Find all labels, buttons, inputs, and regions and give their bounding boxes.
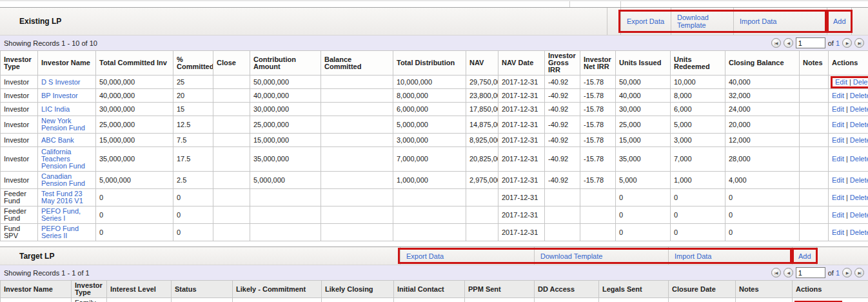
- col-dd-access: DD Access: [535, 281, 599, 298]
- edit-link[interactable]: Edit: [832, 136, 844, 144]
- cell: 5,000,000: [96, 172, 173, 189]
- cell: [213, 103, 250, 116]
- add-cell: Add: [792, 247, 816, 265]
- investor-name-link[interactable]: Test Fund 23 May 2016 V1: [41, 190, 83, 205]
- table-row: InvestorD S Investor50,000,0002550,000,0…: [1, 76, 868, 89]
- first-page-icon[interactable]: |◀: [771, 38, 781, 48]
- prev-page-icon[interactable]: ◀: [784, 38, 793, 48]
- cell: D S Investor: [38, 76, 96, 89]
- first-page-icon[interactable]: |◀: [771, 268, 781, 277]
- cell: 2019-05-15: [465, 298, 535, 302]
- col-investor-gross-irr: Investor Gross IRR: [545, 51, 580, 76]
- cell: [321, 103, 393, 116]
- cell: 2017-12-31: [498, 116, 545, 134]
- page-number-input[interactable]: [796, 267, 825, 278]
- cell: 7,000: [671, 147, 725, 172]
- cell: [321, 172, 393, 189]
- edit-link[interactable]: Edit: [832, 194, 844, 201]
- col-total-committed-inv: Total Committed Inv: [96, 51, 173, 76]
- delete-link[interactable]: Delete: [850, 92, 868, 99]
- add-link[interactable]: Add: [833, 17, 846, 25]
- cell: -40.92: [545, 116, 580, 134]
- page-total: of1: [828, 39, 840, 47]
- delete-link[interactable]: Delete: [850, 155, 868, 163]
- investor-name-link[interactable]: California Teachers Pension Fund: [41, 148, 85, 170]
- cell: Investor: [1, 116, 38, 134]
- investor-name-link[interactable]: PEFO Fund, Series I: [41, 207, 81, 222]
- add-link[interactable]: Add: [798, 252, 811, 260]
- edit-link[interactable]: Edit: [835, 78, 847, 86]
- export-data-link[interactable]: Export Data: [627, 17, 664, 25]
- actions: Edit|Delete: [831, 228, 868, 237]
- cell: 50,000,000: [96, 76, 173, 89]
- investor-name-link[interactable]: LIC India: [41, 105, 70, 113]
- investor-name-link[interactable]: New York Pension Fund: [41, 117, 85, 132]
- prev-page-icon[interactable]: ◀: [784, 268, 793, 277]
- investor-name-link[interactable]: Canadian Pension Fund: [41, 172, 85, 187]
- download-template-cell: Download Template: [671, 8, 733, 35]
- cell: 2017-12-31: [498, 89, 545, 103]
- cell-actions: Edit|Delete: [829, 189, 868, 206]
- cell: 14,875,000: [466, 116, 498, 134]
- investor-name-link[interactable]: PEFO Fund Series II: [41, 225, 79, 239]
- investor-name-link[interactable]: D S Investor: [41, 78, 81, 86]
- cell: 15,000: [616, 134, 671, 147]
- next-page-icon[interactable]: ▶: [842, 268, 852, 277]
- divider: [620, 1, 621, 7]
- cell: 6,000: [671, 103, 725, 116]
- delete-link[interactable]: Delete: [850, 176, 868, 184]
- import-data-link[interactable]: Import Data: [675, 252, 711, 260]
- edit-link[interactable]: Edit: [832, 228, 844, 236]
- cell: 50,000: [616, 76, 671, 89]
- download-template-link[interactable]: Download Template: [540, 252, 602, 260]
- edit-link[interactable]: Edit: [832, 121, 844, 128]
- cell-actions: Edit|Delete: [829, 76, 868, 89]
- col-notes: Notes: [800, 51, 829, 76]
- table-row: InvestorCanadian Pension Fund5,000,0002.…: [1, 172, 868, 189]
- records-count-text: Showing Records 1 - 1 of 1: [4, 269, 90, 277]
- delete-link[interactable]: Delete: [850, 211, 868, 219]
- actions-separator: |: [846, 92, 848, 99]
- cell: 2017-12-31: [498, 224, 545, 241]
- cell: Feeder Fund: [1, 189, 38, 206]
- next-page-icon[interactable]: ▶: [842, 38, 852, 48]
- target-lp-section: Target LP Export Data Download Template …: [0, 247, 868, 302]
- cell-actions: Edit|Delete: [829, 89, 868, 103]
- edit-link[interactable]: Edit: [832, 176, 844, 184]
- delete-link[interactable]: Delete: [853, 78, 868, 86]
- edit-link[interactable]: Edit: [832, 92, 844, 99]
- last-page-icon[interactable]: ▶|: [854, 38, 864, 48]
- edit-link[interactable]: Edit: [832, 155, 844, 163]
- cell: 40,000: [725, 76, 800, 89]
- cell: 10,000,000: [393, 76, 466, 89]
- table-row: Fund SPVPEFO Fund Series II002017-12-310…: [1, 224, 868, 241]
- cell: -15.78: [580, 103, 616, 116]
- cell: [321, 224, 393, 241]
- existing-lp-rows: InvestorD S Investor50,000,0002550,000,0…: [1, 76, 868, 241]
- export-data-link[interactable]: Export Data: [406, 252, 444, 260]
- cell: 35,000,000: [250, 147, 321, 172]
- delete-link[interactable]: Delete: [850, 105, 868, 113]
- table-row: InvestorLIC India30,000,0001530,000,0006…: [1, 103, 868, 116]
- delete-link[interactable]: Delete: [850, 121, 868, 128]
- cell: [393, 206, 466, 224]
- download-template-link[interactable]: Download Template: [677, 14, 733, 29]
- cell: 2019-07-15: [599, 298, 669, 302]
- cell: [250, 224, 321, 241]
- investor-name-link[interactable]: BP Investor: [41, 92, 78, 99]
- cell: 50,000,000: [250, 76, 321, 89]
- edit-link[interactable]: Edit: [832, 211, 844, 219]
- total-pages: 1: [836, 269, 840, 277]
- cell: 3,000,000: [393, 134, 466, 147]
- investor-name-link[interactable]: ABC Bank: [41, 136, 74, 144]
- col-initial-contact: Initial Contact: [394, 281, 465, 298]
- cell-actions: Edit|Delete: [829, 206, 868, 224]
- delete-link[interactable]: Delete: [850, 194, 868, 201]
- delete-link[interactable]: Delete: [850, 136, 868, 144]
- edit-link[interactable]: Edit: [832, 105, 844, 113]
- page-number-input[interactable]: [796, 37, 825, 48]
- import-data-link[interactable]: Import Data: [740, 17, 776, 25]
- delete-link[interactable]: Delete: [850, 228, 868, 236]
- cell: 2.5: [173, 172, 213, 189]
- last-page-icon[interactable]: ▶|: [854, 268, 864, 277]
